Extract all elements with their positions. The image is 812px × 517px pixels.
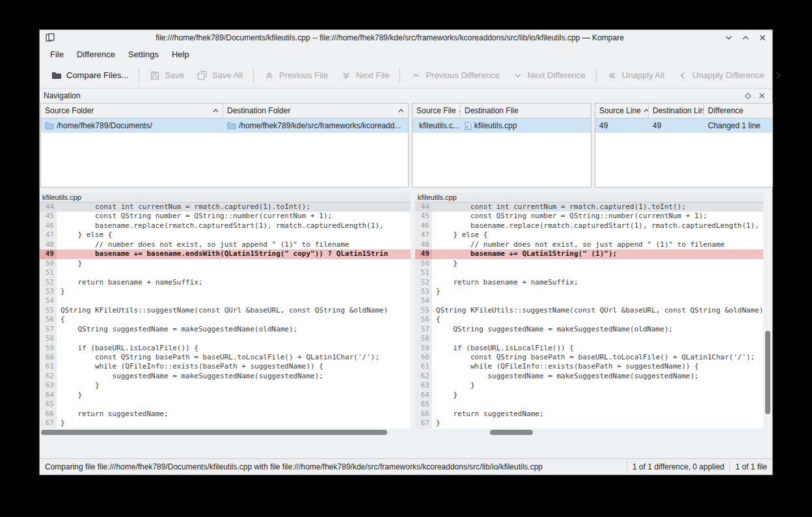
line-number: 49 <box>415 249 432 258</box>
scrollbar-thumb[interactable] <box>765 331 770 414</box>
folders-list: Source Folder Destination Folder /home/f… <box>40 103 409 188</box>
save-button: Save <box>143 66 191 85</box>
line-number: 64 <box>415 391 432 400</box>
line-number: 44 <box>40 203 57 212</box>
menu-file[interactable]: File <box>44 48 70 61</box>
destination-horizontal-scrollbar[interactable] <box>415 428 763 436</box>
line-number: 50 <box>415 259 432 268</box>
changed-code-line[interactable]: 49 basename += basename.endsWith(QLatin1… <box>40 249 411 258</box>
changed-code-line[interactable]: 49 basename += QLatin1String(" (1)"); <box>415 249 763 258</box>
source-code-view[interactable]: 44 const int currentNum = rmatch.capture… <box>40 203 411 428</box>
menu-help[interactable]: Help <box>165 48 196 61</box>
line-text <box>57 268 411 277</box>
column-header-difference[interactable]: Difference <box>704 104 772 118</box>
app-icon[interactable] <box>45 33 55 43</box>
column-header-destination-folder[interactable]: Destination Folder <box>223 104 408 118</box>
code-line: 55QString KFileUtils::suggestName(const … <box>40 306 411 315</box>
line-text: const int currentNum = rmatch.captured(1… <box>432 203 763 212</box>
code-line: 45 const QString number = QString::numbe… <box>40 212 411 221</box>
line-number: 50 <box>40 259 57 268</box>
destination-pane-title: kfileutils.cpp <box>415 193 763 203</box>
code-line: 64 } <box>40 391 411 400</box>
line-number: 47 <box>415 231 432 240</box>
line-text: const QString number = QString::number(c… <box>432 212 763 221</box>
double-chevron-up-icon <box>264 70 275 81</box>
line-number: 53 <box>415 287 432 296</box>
sort-ascending-icon <box>456 109 461 113</box>
menu-settings[interactable]: Settings <box>122 48 165 61</box>
scrollbar-thumb[interactable] <box>490 430 533 435</box>
destination-code-view[interactable]: 44 const int currentNum = rmatch.capture… <box>415 203 763 428</box>
source-horizontal-scrollbar[interactable] <box>40 428 411 436</box>
code-line: 61 while (QFileInfo::exists(basePath + s… <box>415 362 763 371</box>
close-button[interactable] <box>758 33 767 42</box>
line-text <box>57 334 411 343</box>
dock-float-button[interactable] <box>742 91 753 101</box>
folder-icon <box>51 70 62 81</box>
difference-row-selected[interactable]: 49 49 Changed 1 line <box>595 119 772 133</box>
minimize-button[interactable] <box>724 33 733 42</box>
line-text: basename += QLatin1String(" (1)"); <box>432 249 763 258</box>
line-number: 62 <box>415 372 432 381</box>
column-header-source-line[interactable]: Source Line <box>595 104 649 118</box>
statusbar: Comparing file file:///home/fhek789/Docu… <box>40 458 772 475</box>
column-header-source-file[interactable]: Source File <box>413 104 461 118</box>
dock-close-button[interactable] <box>757 91 767 101</box>
line-text: } <box>432 391 763 400</box>
compare-files-button[interactable]: Compare Files... <box>45 66 135 85</box>
line-number: 51 <box>415 268 432 277</box>
line-text: } else { <box>432 231 763 240</box>
code-line: 57 QString suggestedName = makeSuggested… <box>415 325 763 334</box>
line-number: 65 <box>415 400 432 409</box>
maximize-button[interactable] <box>741 33 750 42</box>
column-header-source-folder[interactable]: Source Folder <box>41 104 223 118</box>
toolbar-separator <box>399 68 400 83</box>
line-number: 47 <box>40 231 57 240</box>
cpp-file-icon: c <box>465 122 472 130</box>
vertical-scrollbar[interactable] <box>763 193 772 436</box>
folders-row-selected[interactable]: /home/fhek789/Documents/ /home/fhek789/k… <box>41 119 408 133</box>
code-line: 66 return suggestedName; <box>415 410 763 419</box>
line-number: 46 <box>415 221 432 231</box>
line-number: 61 <box>415 362 432 371</box>
statusbar-separator <box>627 462 627 472</box>
toolbar-overflow-button[interactable] <box>770 68 785 83</box>
files-row-selected[interactable]: c kfileutils.c... c kfileutils.cpp <box>413 119 591 133</box>
close-icon <box>759 92 765 99</box>
column-header-destination-line[interactable]: Destination Line <box>649 104 704 118</box>
line-text: } <box>57 381 411 390</box>
line-text: return basename + nameSuffix; <box>432 278 763 287</box>
double-chevron-down-icon <box>341 70 351 81</box>
code-line: 48 // number does not exist, so just app… <box>415 240 763 249</box>
line-text: suggestedName = makeSuggestedName(sugges… <box>57 372 411 381</box>
files-list-header: Source File Destination File <box>413 104 591 119</box>
line-number: 59 <box>40 344 57 353</box>
line-text <box>57 296 411 305</box>
source-pane-title: kfileutils.cpp <box>40 193 411 203</box>
line-text: basename.replace(rmatch.capturedStart(1)… <box>432 221 763 231</box>
line-text: } <box>432 259 763 268</box>
sort-ascending-icon <box>396 109 404 113</box>
line-number: 51 <box>40 268 57 277</box>
line-number: 49 <box>40 249 57 258</box>
line-text: } <box>432 287 763 296</box>
code-line: 47 } else { <box>415 231 763 240</box>
code-line: 54 <box>40 296 411 305</box>
code-line: 51 <box>415 268 763 277</box>
line-number: 58 <box>40 334 57 343</box>
svg-text:c: c <box>467 124 469 129</box>
column-header-destination-file[interactable]: Destination File <box>461 104 591 118</box>
line-number: 59 <box>415 344 432 353</box>
line-text: return suggestedName; <box>432 410 763 419</box>
line-number: 57 <box>40 325 57 334</box>
previous-difference-button: Previous Difference <box>404 66 506 85</box>
kompare-window: file:///home/fhek789/Documents/kfileutil… <box>39 29 773 475</box>
code-line: 63 } <box>40 381 411 390</box>
scrollbar-thumb[interactable] <box>41 430 387 435</box>
folder-icon <box>45 122 54 130</box>
code-line: 47 } else { <box>40 231 411 240</box>
line-text <box>432 296 763 305</box>
line-text: } <box>57 259 411 268</box>
menu-difference[interactable]: Difference <box>70 48 122 61</box>
line-text <box>432 268 763 277</box>
